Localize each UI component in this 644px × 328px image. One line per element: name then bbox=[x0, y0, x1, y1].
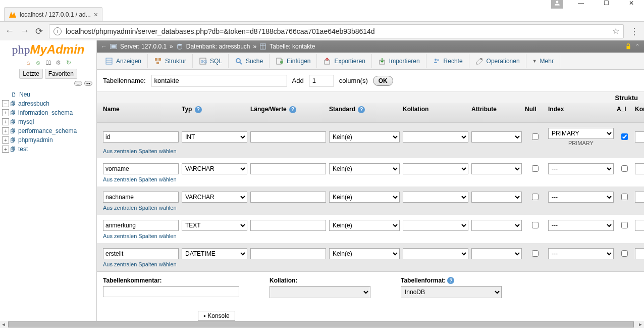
field-null-checkbox[interactable] bbox=[532, 194, 539, 200]
field-default-select[interactable]: Kein(e) bbox=[329, 248, 400, 259]
tree-db-item[interactable]: +🗐test bbox=[2, 145, 94, 154]
logout-icon[interactable]: ⎋ bbox=[34, 59, 42, 67]
breadcrumb-database[interactable]: Datenbank: adressbuch bbox=[186, 43, 250, 50]
field-name-input[interactable] bbox=[103, 192, 179, 203]
lock-icon[interactable] bbox=[625, 43, 632, 50]
field-length-input[interactable] bbox=[250, 220, 326, 231]
horizontal-scrollbar[interactable]: ◄ ► bbox=[0, 321, 644, 328]
field-comment-input[interactable] bbox=[635, 163, 644, 174]
tab-structure[interactable]: Struktur bbox=[148, 54, 193, 68]
help-icon[interactable]: ? bbox=[358, 106, 365, 113]
central-columns-link[interactable]: Aus zentralen Spalten wählen bbox=[103, 176, 177, 182]
scroll-right-icon[interactable]: ► bbox=[637, 322, 644, 327]
tree-expander-icon[interactable]: + bbox=[2, 146, 9, 153]
field-length-input[interactable] bbox=[250, 131, 326, 143]
field-attributes-select[interactable] bbox=[471, 131, 522, 143]
breadcrumb-server[interactable]: Server: 127.0.0.1 bbox=[120, 43, 167, 50]
tab-search[interactable]: Suche bbox=[229, 54, 270, 68]
tab-import[interactable]: Importieren bbox=[372, 54, 426, 68]
field-name-input[interactable] bbox=[103, 163, 179, 174]
field-comment-input[interactable] bbox=[635, 192, 644, 203]
field-type-select[interactable]: VARCHAR bbox=[182, 192, 247, 203]
field-collation-select[interactable] bbox=[403, 248, 468, 259]
recent-tab[interactable]: Letzte bbox=[19, 69, 43, 79]
tab-operations[interactable]: Operationen bbox=[469, 54, 526, 68]
field-collation-select[interactable] bbox=[403, 220, 468, 231]
field-index-select[interactable]: --- bbox=[548, 220, 614, 231]
field-attributes-select[interactable] bbox=[471, 163, 522, 174]
home-icon[interactable]: ⌂ bbox=[24, 59, 32, 67]
window-close-button[interactable]: ✕ bbox=[624, 1, 639, 6]
browser-tab[interactable]: localhost / 127.0.0.1 / ad... × bbox=[4, 7, 102, 21]
field-null-checkbox[interactable] bbox=[532, 133, 539, 140]
tree-db-item[interactable]: +🗐phpmyadmin bbox=[2, 135, 94, 145]
field-index-select[interactable]: --- bbox=[548, 248, 614, 259]
favorites-tab[interactable]: Favoriten bbox=[45, 69, 77, 79]
tab-export[interactable]: Exportieren bbox=[317, 54, 371, 68]
field-type-select[interactable]: INT bbox=[182, 131, 247, 143]
field-name-input[interactable] bbox=[103, 248, 179, 259]
scrollbar-thumb[interactable] bbox=[8, 321, 634, 327]
help-icon[interactable]: ? bbox=[195, 106, 202, 113]
tab-browse[interactable]: Anzeigen bbox=[99, 54, 148, 68]
field-ai-checkbox[interactable] bbox=[621, 222, 628, 228]
field-type-select[interactable]: DATETIME bbox=[182, 248, 247, 259]
field-name-input[interactable] bbox=[103, 131, 179, 143]
field-length-input[interactable] bbox=[250, 248, 326, 259]
help-icon[interactable]: ? bbox=[289, 106, 296, 113]
tab-insert[interactable]: Einfügen bbox=[270, 54, 317, 68]
field-ai-checkbox[interactable] bbox=[621, 250, 628, 257]
tree-expander-icon[interactable]: + bbox=[2, 109, 9, 116]
field-null-checkbox[interactable] bbox=[532, 250, 539, 257]
field-collation-select[interactable] bbox=[403, 131, 468, 143]
tab-more[interactable]: ▼Mehr bbox=[526, 55, 560, 68]
tree-db-item[interactable]: +🗐performance_schema bbox=[2, 126, 94, 135]
central-columns-link[interactable]: Aus zentralen Spalten wählen bbox=[103, 148, 177, 154]
field-length-input[interactable] bbox=[250, 163, 326, 174]
settings-gear-icon[interactable]: ⚙ bbox=[55, 59, 63, 67]
field-type-select[interactable]: VARCHAR bbox=[182, 163, 247, 174]
tab-privileges[interactable]: Rechte bbox=[426, 54, 469, 68]
field-collation-select[interactable] bbox=[403, 163, 468, 174]
add-columns-input[interactable] bbox=[309, 75, 334, 86]
page-settings-icon[interactable]: ⌃ bbox=[635, 43, 640, 50]
window-maximize-button[interactable]: ☐ bbox=[599, 1, 614, 6]
help-icon[interactable]: ? bbox=[447, 277, 454, 284]
central-columns-link[interactable]: Aus zentralen Spalten wählen bbox=[103, 261, 177, 267]
url-input[interactable]: i localhost/phpmyadmin/server_databases.… bbox=[49, 24, 624, 38]
tablename-input[interactable] bbox=[151, 75, 287, 86]
field-ai-checkbox[interactable] bbox=[621, 194, 628, 200]
tree-new-db[interactable]: 🗋 Neu bbox=[2, 90, 94, 99]
field-default-select[interactable]: Kein(e) bbox=[329, 131, 400, 143]
field-name-input[interactable] bbox=[103, 220, 179, 231]
field-attributes-select[interactable] bbox=[471, 220, 522, 231]
field-comment-input[interactable] bbox=[635, 131, 644, 143]
field-index-select[interactable]: --- bbox=[548, 192, 614, 203]
nav-left-icon[interactable]: ← bbox=[101, 43, 107, 50]
user-account-icon[interactable] bbox=[551, 0, 563, 9]
tree-db-item[interactable]: +🗐mysql bbox=[2, 117, 94, 126]
field-collation-select[interactable] bbox=[403, 192, 468, 203]
field-default-select[interactable]: Kein(e) bbox=[329, 220, 400, 231]
field-attributes-select[interactable] bbox=[471, 248, 522, 259]
scroll-left-icon[interactable]: ◄ bbox=[0, 322, 7, 327]
tab-close-icon[interactable]: × bbox=[94, 11, 98, 19]
tree-db-item[interactable]: +🗐information_schema bbox=[2, 108, 94, 117]
ok-button[interactable]: OK bbox=[373, 76, 393, 86]
bookmark-star-icon[interactable]: ☆ bbox=[612, 26, 619, 36]
field-default-select[interactable]: Kein(e) bbox=[329, 192, 400, 203]
field-type-select[interactable]: TEXT bbox=[182, 220, 247, 231]
tree-db-item[interactable]: −🗐adressbuch bbox=[2, 99, 94, 108]
central-columns-link[interactable]: Aus zentralen Spalten wählen bbox=[103, 233, 177, 239]
tree-expander-icon[interactable]: + bbox=[2, 118, 9, 125]
reload-icon[interactable]: ↻ bbox=[65, 59, 73, 67]
nav-reload-button[interactable]: ⟳ bbox=[35, 26, 43, 37]
collation-select[interactable] bbox=[270, 286, 370, 298]
console-toggle[interactable]: ▪ Konsole bbox=[198, 311, 235, 321]
tab-sql[interactable]: SQLSQL bbox=[193, 54, 229, 68]
field-index-select[interactable]: PRIMARY bbox=[548, 128, 614, 139]
tree-expander-icon[interactable]: − bbox=[2, 100, 9, 107]
storage-engine-select[interactable]: InnoDB bbox=[401, 286, 502, 298]
field-ai-checkbox[interactable] bbox=[621, 133, 628, 140]
tree-expander-icon[interactable]: + bbox=[2, 127, 9, 134]
